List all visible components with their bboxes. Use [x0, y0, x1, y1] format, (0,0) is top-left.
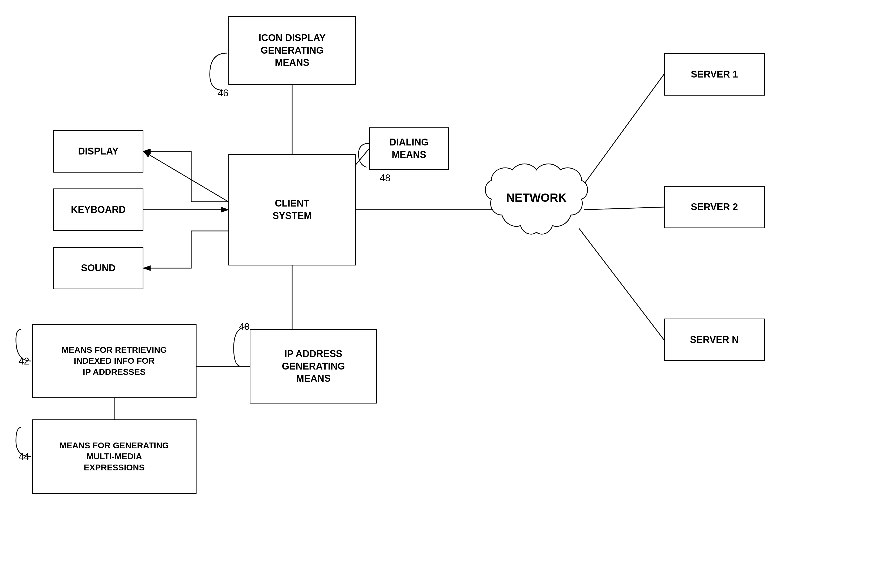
label-46: 46 [218, 88, 228, 99]
keyboard-box: KEYBOARD [53, 189, 143, 231]
server1-box: SERVER 1 [664, 53, 765, 95]
svg-line-3 [356, 149, 369, 165]
serverN-box: SERVER N [664, 319, 765, 361]
svg-line-12 [579, 228, 664, 340]
sound-box: SOUND [53, 247, 143, 289]
dialing-means-label: DIALINGMEANS [389, 136, 429, 161]
means-retrieving-box: MEANS FOR RETRIEVINGINDEXED INFO FORIP A… [32, 324, 197, 398]
ip-address-box: IP ADDRESSGENERATINGMEANS [250, 329, 377, 403]
dialing-means-box: DIALINGMEANS [369, 127, 449, 170]
sound-label: SOUND [81, 262, 116, 274]
label-40: 40 [239, 321, 250, 332]
server1-label: SERVER 1 [691, 68, 738, 81]
svg-line-10 [579, 74, 664, 191]
serverN-label: SERVER N [690, 334, 739, 346]
server2-label: SERVER 2 [691, 201, 738, 213]
means-retrieving-label: MEANS FOR RETRIEVINGINDEXED INFO FORIP A… [62, 345, 167, 378]
client-system-label: CLIENTSYSTEM [273, 197, 312, 222]
ip-address-label: IP ADDRESSGENERATINGMEANS [282, 348, 345, 385]
icon-display-label: ICON DISPLAYGENERATINGMEANS [259, 32, 326, 69]
display-label: DISPLAY [78, 145, 119, 158]
means-generating-box: MEANS FOR GENERATINGMULTI-MEDIAEXPRESSIO… [32, 420, 197, 494]
svg-line-11 [584, 207, 664, 210]
svg-line-4 [143, 151, 228, 202]
means-generating-label: MEANS FOR GENERATINGMULTI-MEDIAEXPRESSIO… [60, 440, 169, 473]
server2-box: SERVER 2 [664, 186, 765, 228]
network-cloud: NETWORK [483, 154, 590, 265]
diagram: ICON DISPLAYGENERATINGMEANS CLIENTSYSTEM… [0, 0, 870, 588]
label-48: 48 [380, 173, 390, 184]
display-box: DISPLAY [53, 130, 143, 173]
icon-display-box: ICON DISPLAYGENERATINGMEANS [228, 16, 356, 85]
svg-text:NETWORK: NETWORK [506, 191, 567, 204]
label-42: 42 [19, 356, 29, 367]
client-system-box: CLIENTSYSTEM [228, 154, 356, 265]
label-44: 44 [19, 451, 29, 463]
keyboard-label: KEYBOARD [71, 204, 126, 216]
